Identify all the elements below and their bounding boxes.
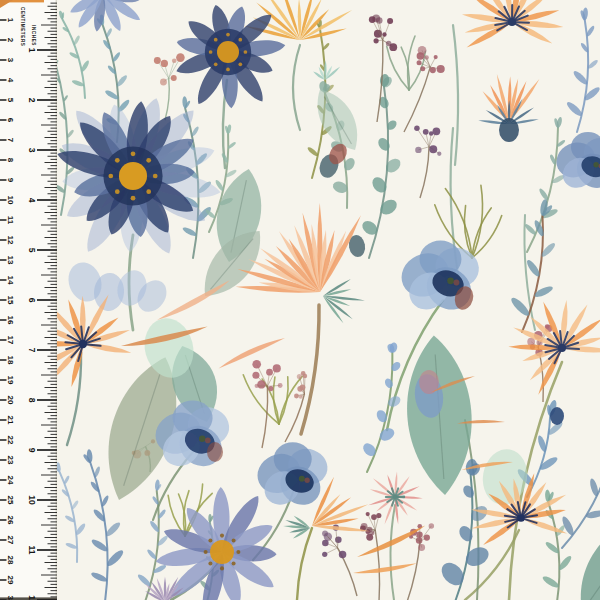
ruler-cm-number: 4 xyxy=(6,78,15,83)
ruler-cm-number: 6 xyxy=(6,118,15,123)
ruler-cm-number: 17 xyxy=(6,336,15,345)
ruler-cm-number: 14 xyxy=(6,276,15,285)
ruler-inch-number: 4 xyxy=(27,198,37,203)
ruler-cm-number: 12 xyxy=(6,236,15,245)
floral-pattern xyxy=(57,0,600,600)
ruler-cm-number: 30 xyxy=(6,596,15,600)
ruler-inch-number: 11 xyxy=(27,546,37,555)
leaf-blob xyxy=(499,118,519,142)
ruler-cm-number: 3 xyxy=(6,58,15,63)
ruler-inch-label: INCHES xyxy=(31,25,36,46)
ruler-cm-number: 2 xyxy=(6,38,15,43)
ruler-cm-number: 22 xyxy=(6,436,15,445)
ruler-cm-number: 7 xyxy=(6,138,15,143)
ruler-cm-number: 28 xyxy=(6,556,15,565)
ruler-cm-number: 5 xyxy=(6,98,15,103)
ruler-inch-number: 1 xyxy=(27,48,37,53)
ruler-inch-number: 6 xyxy=(27,298,37,303)
ruler-cm-number: 8 xyxy=(6,158,15,163)
leaf-blob xyxy=(207,442,223,462)
ruler-inch-number: 12 xyxy=(27,595,37,600)
ruler-cm-number: 13 xyxy=(6,256,15,265)
ruler-cm-number: 11 xyxy=(6,216,15,225)
ruler-inch-number: 2 xyxy=(27,98,37,103)
ruler-inch-number: 3 xyxy=(27,148,37,153)
ruler-cm-number: 15 xyxy=(6,296,15,305)
ruler-cm-number: 16 xyxy=(6,316,15,325)
ruler-cm-number: 29 xyxy=(6,576,15,585)
ruler-inch-number: 7 xyxy=(27,348,37,353)
ruler-cm-number: 9 xyxy=(6,178,15,183)
ruler-cm-number: 26 xyxy=(6,516,15,525)
ruler-cm-number: 24 xyxy=(6,476,15,485)
ruler: 1234567891011121314151617181920212223242… xyxy=(0,0,57,600)
ruler-cm-number: 20 xyxy=(6,396,15,405)
ruler-cm-number: 1 xyxy=(6,18,15,23)
ruler-cm-number: 23 xyxy=(6,456,15,465)
ruler-inch-number: 10 xyxy=(27,495,37,505)
ruler-inch-number: 8 xyxy=(27,398,37,403)
ruler-cm-number: 21 xyxy=(6,416,15,425)
ruler-cm-number: 10 xyxy=(6,196,15,205)
ruler-cm-number: 18 xyxy=(6,356,15,365)
fabric-swatch: 1234567891011121314151617181920212223242… xyxy=(0,0,600,600)
ruler-cm-number: 19 xyxy=(6,376,15,385)
ruler-cm-number: 25 xyxy=(6,496,15,505)
ruler-cm-label: CENTIMETERS xyxy=(20,7,25,47)
ruler-cm-number: 27 xyxy=(6,536,15,545)
ruler-inch-number: 5 xyxy=(27,248,37,253)
ruler-inch-number: 9 xyxy=(27,448,37,453)
leaf-blob xyxy=(550,407,564,425)
